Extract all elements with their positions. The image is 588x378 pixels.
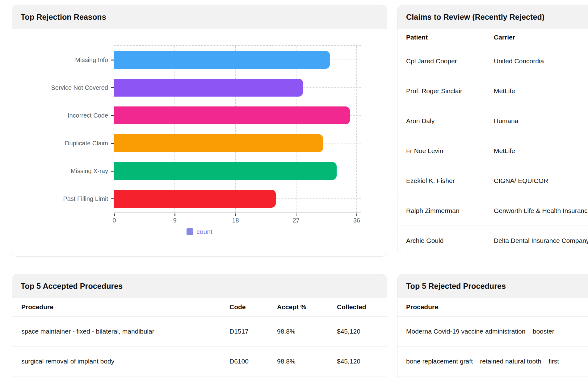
accept-pct-cell: 98.8%: [277, 328, 337, 335]
procedure-cell: Moderna Covid-19 vaccine administration …: [406, 328, 554, 335]
carrier-cell: United Concordia: [494, 57, 588, 65]
card-header: Top 5 Accepted Procedures: [12, 274, 387, 298]
card-title-accepted-procedures: Top 5 Accepted Procedures: [21, 282, 123, 291]
procedure-cell: space maintainer - fixed - bilateral, ma…: [21, 328, 229, 335]
patient-cell: Prof. Roger Sinclair: [406, 87, 494, 95]
claims-table-body: Cpl Jared CooperUnited ConcordiaProf. Ro…: [397, 46, 588, 254]
y-axis-tick: [111, 171, 114, 172]
y-axis-tick: [111, 87, 114, 88]
card-top-rejection-reasons: Top Rejection Reasons Missing InfoServic…: [12, 5, 387, 257]
carrier-cell: CIGNA/ EQUICOR: [494, 177, 588, 185]
chart-category-label: Past Filling Limit: [12, 194, 108, 203]
chart-category-label: Missing Info: [12, 56, 108, 64]
procedure-cell: bone replacement graft – retained natura…: [406, 358, 559, 365]
table-row: Archie GouldDelta Dental Insurance Compa…: [397, 226, 588, 254]
accepted-table-header: Procedure Code Accept % Collected: [12, 298, 387, 317]
card-title-rejected-procedures: Top 5 Rejected Procedures: [406, 282, 506, 291]
chart-bar: [114, 51, 330, 69]
patient-cell: Cpl Jared Cooper: [406, 57, 494, 65]
x-tick-label: 36: [347, 217, 366, 224]
chart-gridline: [296, 46, 296, 213]
table-row: bone replacement graft – retained natura…: [397, 347, 588, 376]
table-row: Cpl Jared CooperUnited Concordia: [397, 46, 588, 76]
chart-gridline: [235, 46, 236, 213]
chart-plot-area: 09182736: [114, 46, 361, 213]
accepted-table-body: space maintainer - fixed - bilateral, ma…: [12, 317, 387, 376]
column-header-carrier: Carrier: [494, 34, 588, 41]
x-axis-tick: [174, 214, 175, 216]
chart-category-label: Incorrect Code: [12, 111, 108, 120]
x-axis-tick: [296, 214, 297, 216]
chart-gridline: [174, 46, 175, 213]
y-axis-tick: [111, 143, 114, 144]
y-axis-tick: [111, 60, 114, 60]
table-row: surgical removal of implant bodyD610098.…: [12, 347, 387, 376]
rejected-table-body: Moderna Covid-19 vaccine administration …: [397, 317, 588, 376]
carrier-cell: Humana: [494, 117, 588, 125]
chart-bar: [114, 79, 303, 97]
card-claims-to-review: Claims to Review (Recently Rejected) Pat…: [397, 5, 588, 254]
chart-y-axis-labels: Missing InfoService Not CoveredIncorrect…: [12, 46, 114, 213]
y-axis-tick: [111, 115, 114, 116]
column-header-code: Code: [229, 303, 277, 311]
chart-category-label: Service Not Covered: [12, 83, 108, 92]
carrier-cell: Genworth Life & Health Insurance: [494, 207, 588, 214]
x-axis-tick: [235, 214, 236, 216]
x-axis-tick: [114, 214, 115, 216]
x-tick-label: 9: [166, 217, 184, 224]
card-top-accepted-procedures: Top 5 Accepted Procedures Procedure Code…: [12, 274, 387, 378]
collected-cell: $45,120: [337, 328, 378, 335]
table-row: space maintainer - fixed - bilateral, ma…: [12, 317, 387, 347]
chart-legend: count: [12, 228, 387, 235]
patient-cell: Ralph Zimmerman: [406, 207, 494, 214]
column-header-accept-pct: Accept %: [277, 303, 337, 311]
carrier-cell: MetLife: [494, 147, 588, 155]
carrier-cell: MetLife: [494, 87, 588, 95]
table-row: Moderna Covid-19 vaccine administration …: [397, 317, 588, 347]
column-header-collected: Collected: [337, 303, 378, 311]
chart-gridline: [356, 46, 357, 213]
chart-bar: [114, 134, 323, 152]
card-header: Top Rejection Reasons: [12, 5, 387, 29]
code-cell: D1517: [229, 328, 277, 335]
x-tick-label: 0: [105, 217, 124, 224]
chart-bar: [114, 162, 337, 180]
claims-table-header: Patient Carrier: [397, 29, 588, 46]
collected-cell: $45,120: [337, 358, 378, 365]
x-tick-label: 18: [226, 217, 245, 224]
column-header-procedure: Procedure: [406, 303, 438, 311]
table-row: Ralph ZimmermanGenworth Life & Health In…: [397, 196, 588, 226]
card-top-rejected-procedures: Top 5 Rejected Procedures Procedure Mode…: [397, 274, 588, 378]
carrier-cell: Delta Dental Insurance Company: [494, 237, 588, 244]
procedure-cell: surgical removal of implant body: [21, 358, 229, 365]
card-header: Top 5 Rejected Procedures: [397, 274, 588, 298]
card-title-claims-review: Claims to Review (Recently Rejected): [406, 13, 544, 22]
table-row: Fr Noe LevinMetLife: [397, 136, 588, 166]
chart-category-label: Missing X-ray: [12, 167, 108, 175]
column-header-procedure: Procedure: [21, 303, 229, 311]
legend-swatch[interactable]: [187, 228, 193, 235]
card-header: Claims to Review (Recently Rejected): [397, 5, 588, 29]
chart-category-label: Duplicate Claim: [12, 139, 108, 147]
patient-cell: Ezekiel K. Fisher: [406, 177, 494, 185]
accept-pct-cell: 98.8%: [277, 358, 337, 365]
code-cell: D6100: [229, 358, 277, 365]
y-axis-tick: [111, 198, 114, 199]
table-row: Ezekiel K. FisherCIGNA/ EQUICOR: [397, 166, 588, 196]
patient-cell: Fr Noe Levin: [406, 147, 494, 155]
dashboard: Top Rejection Reasons Missing InfoServic…: [0, 0, 588, 378]
table-row: Aron DalyHumana: [397, 106, 588, 136]
x-axis-tick: [356, 214, 357, 216]
card-title-rejection-reasons: Top Rejection Reasons: [21, 13, 106, 22]
column-header-patient: Patient: [406, 34, 494, 41]
patient-cell: Archie Gould: [406, 237, 494, 244]
legend-label[interactable]: count: [196, 228, 212, 235]
x-tick-label: 27: [287, 217, 305, 224]
chart-bar: [114, 190, 276, 208]
rejected-table-header: Procedure: [397, 298, 588, 317]
chart-bar: [114, 106, 350, 124]
patient-cell: Aron Daly: [406, 117, 494, 125]
table-row: Prof. Roger SinclairMetLife: [397, 76, 588, 106]
